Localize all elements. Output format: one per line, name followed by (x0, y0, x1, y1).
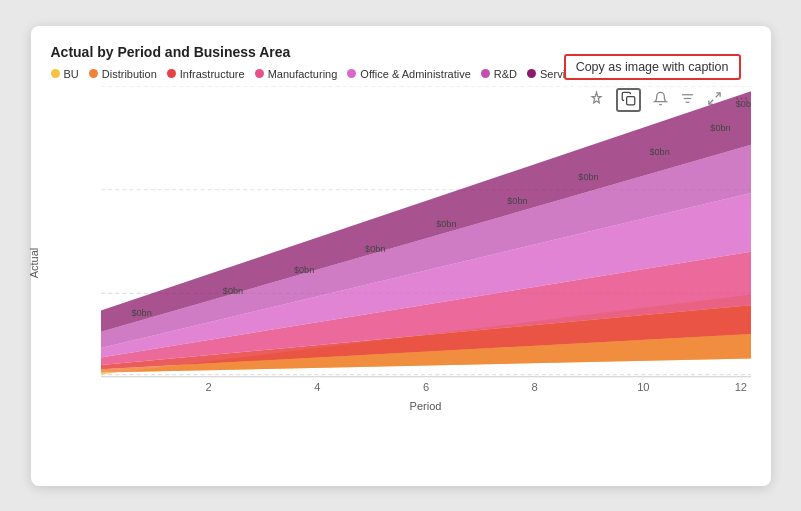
svg-text:$0bn: $0bn (293, 264, 313, 274)
legend-item: BU (51, 68, 79, 80)
svg-text:$0bn: $0bn (436, 218, 456, 228)
legend-label: Infrastructure (180, 68, 245, 80)
svg-text:$0bn: $0bn (710, 122, 730, 132)
svg-text:$0bn: $0bn (649, 147, 669, 157)
chart-svg: $0.3bn $0.2bn $0.1bn $0.0bn (101, 86, 751, 396)
svg-text:10: 10 (637, 380, 649, 392)
svg-text:8: 8 (531, 380, 537, 392)
svg-text:$0bn: $0bn (578, 171, 598, 181)
svg-text:$0bn: $0bn (365, 243, 385, 253)
legend-item: R&D (481, 68, 517, 80)
legend-item: Office & Administrative (347, 68, 470, 80)
chart-card: Copy as image with caption Actual by Per… (31, 26, 771, 486)
copy-caption-label: Copy as image with caption (576, 60, 729, 74)
legend-dot (255, 69, 264, 78)
svg-text:12: 12 (734, 380, 746, 392)
legend-item: Distribution (89, 68, 157, 80)
legend-label: R&D (494, 68, 517, 80)
svg-text:6: 6 (422, 380, 428, 392)
legend-dot (347, 69, 356, 78)
legend-dot (167, 69, 176, 78)
svg-text:$0bn: $0bn (222, 286, 242, 296)
legend-dot (527, 69, 536, 78)
svg-text:4: 4 (314, 380, 321, 392)
svg-text:$0bn: $0bn (507, 195, 527, 205)
copy-caption-tooltip: Copy as image with caption (564, 54, 741, 80)
svg-text:$0bn: $0bn (735, 99, 750, 109)
legend-dot (51, 69, 60, 78)
x-axis-label: Period (101, 400, 751, 412)
svg-text:$0bn: $0bn (131, 307, 151, 317)
legend-item: Manufacturing (255, 68, 338, 80)
legend-label: Manufacturing (268, 68, 338, 80)
y-axis-label: Actual (28, 247, 40, 278)
legend-dot (481, 69, 490, 78)
legend-dot (89, 69, 98, 78)
legend-label: Distribution (102, 68, 157, 80)
chart-area: $0.3bn $0.2bn $0.1bn $0.0bn (101, 86, 751, 396)
legend-label: BU (64, 68, 79, 80)
svg-text:2: 2 (205, 380, 211, 392)
legend-label: Office & Administrative (360, 68, 470, 80)
legend-item: Infrastructure (167, 68, 245, 80)
